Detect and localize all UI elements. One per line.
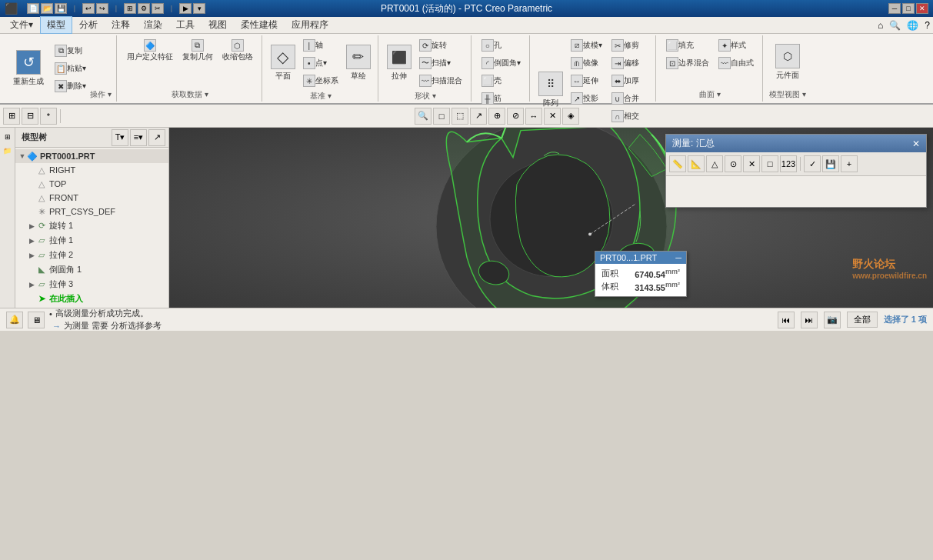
status-all-btn[interactable]: 全部 bbox=[847, 312, 878, 328]
left-icon-folder[interactable]: 📁 bbox=[2, 145, 14, 157]
tb-x[interactable]: ✕ bbox=[544, 108, 561, 125]
menu-home-icon[interactable]: ⌂ bbox=[878, 20, 883, 31]
project-button[interactable]: ↗ 投影 bbox=[567, 90, 606, 107]
draft-button[interactable]: ⧄ 拔模▾ bbox=[567, 37, 606, 54]
freeform-button[interactable]: 〰 自由式 bbox=[715, 55, 758, 72]
menu-render[interactable]: 渲染 bbox=[137, 16, 169, 34]
extrude1-expand[interactable]: ▶ bbox=[28, 237, 35, 245]
mp-box-icon[interactable]: □ bbox=[761, 155, 778, 172]
thicken-button[interactable]: ⬌ 加厚 bbox=[608, 72, 651, 89]
measure-panel-close[interactable]: ✕ bbox=[912, 138, 920, 149]
tb-minus[interactable]: ⊘ bbox=[507, 108, 524, 125]
tree-item-insert[interactable]: ➤ 在此插入 bbox=[15, 292, 168, 306]
qa-redo[interactable]: ↪ bbox=[96, 3, 108, 14]
qa-down[interactable]: ▾ bbox=[193, 3, 205, 14]
mirror-button[interactable]: ⫙ 镜像 bbox=[567, 55, 606, 72]
delete-button[interactable]: ✖ 删除▾ bbox=[51, 78, 90, 95]
tree-item-revolve1[interactable]: ▶ ⟳ 旋转 1 bbox=[15, 218, 168, 233]
status-icon2[interactable]: 🖥 bbox=[28, 312, 45, 328]
menu-tools[interactable]: 工具 bbox=[169, 16, 202, 34]
qa-btn1[interactable]: ⊞ bbox=[124, 3, 136, 14]
tree-item-extrude3[interactable]: ▶ ▱ 拉伸 3 bbox=[15, 277, 168, 292]
user-feature-button[interactable]: 🔷 用户定义特征 bbox=[123, 37, 177, 65]
menu-analysis[interactable]: 分析 bbox=[72, 16, 105, 34]
status-nav-prev[interactable]: ⏮ bbox=[778, 312, 795, 328]
round-button[interactable]: ◜ 倒圆角▾ bbox=[478, 55, 525, 72]
sweep-button[interactable]: 〜 扫描▾ bbox=[415, 55, 466, 72]
qa-btn2[interactable]: ⚙ bbox=[138, 3, 150, 14]
copy-geom-button[interactable]: ⧉ 复制几何 bbox=[178, 37, 217, 65]
mp-angle-icon[interactable]: 📐 bbox=[688, 155, 705, 172]
mp-check-icon[interactable]: ✓ bbox=[804, 155, 821, 172]
menu-globe-icon[interactable]: 🌐 bbox=[907, 20, 918, 31]
qa-btn3[interactable]: ✂ bbox=[152, 3, 164, 14]
revolve-button[interactable]: ⟳ 旋转 bbox=[415, 37, 466, 54]
tb-box[interactable]: □ bbox=[433, 108, 450, 125]
copy-button[interactable]: ⧉ 复制 bbox=[51, 42, 86, 59]
shell-button[interactable]: ⬜ 壳 bbox=[478, 72, 525, 89]
style-button[interactable]: ✦ 样式 bbox=[715, 37, 758, 54]
tree-item-root[interactable]: ▼ 🔷 PRT0001.PRT bbox=[15, 149, 168, 163]
tree-item-top[interactable]: △ TOP bbox=[15, 177, 168, 191]
pattern-button[interactable]: ⠿ 阵列 bbox=[536, 37, 565, 142]
extrude2-expand[interactable]: ▶ bbox=[28, 252, 35, 259]
mp-save-icon[interactable]: 💾 bbox=[822, 155, 839, 172]
tb-icon3[interactable]: * bbox=[40, 108, 57, 125]
mp-triangle-icon[interactable]: △ bbox=[706, 155, 723, 172]
menu-search-icon[interactable]: 🔍 bbox=[889, 20, 901, 31]
menu-annotation[interactable]: 注释 bbox=[105, 16, 137, 34]
mp-add-icon[interactable]: + bbox=[841, 155, 858, 172]
boundary-button[interactable]: ⊡ 边界混合 bbox=[662, 55, 713, 72]
tree-expand-btn[interactable]: ↗ bbox=[148, 129, 165, 146]
close-button[interactable]: ✕ bbox=[916, 3, 928, 14]
tb-arrow[interactable]: ↗ bbox=[470, 108, 487, 125]
tb-icon2[interactable]: ⊟ bbox=[22, 108, 38, 125]
tree-item-extrude1[interactable]: ▶ ▱ 拉伸 1 bbox=[15, 233, 168, 248]
qa-open[interactable]: 📂 bbox=[41, 3, 53, 14]
status-nav-next[interactable]: ⏭ bbox=[801, 312, 818, 328]
trim-button[interactable]: ✂ 修剪 bbox=[608, 37, 651, 54]
mp-circle-icon[interactable]: ⊙ bbox=[725, 155, 741, 172]
popup-close[interactable]: ─ bbox=[675, 253, 681, 262]
tree-item-front[interactable]: △ FRONT bbox=[15, 191, 168, 205]
menu-file[interactable]: 文件▾ bbox=[3, 16, 40, 34]
tb-icon1[interactable]: ⊞ bbox=[3, 108, 20, 125]
menu-apps[interactable]: 应用程序 bbox=[285, 16, 335, 34]
tree-item-right[interactable]: △ RIGHT bbox=[15, 163, 168, 177]
tb-search[interactable]: 🔍 bbox=[415, 108, 432, 125]
menu-flexible[interactable]: 柔性建模 bbox=[234, 16, 285, 34]
menu-help-icon[interactable]: ? bbox=[925, 20, 930, 31]
root-expand[interactable]: ▼ bbox=[18, 152, 26, 160]
tree-item-round1[interactable]: ◣ 倒圆角 1 bbox=[15, 262, 168, 277]
shrinkwrap-button[interactable]: ⬡ 收缩包络 bbox=[218, 37, 257, 65]
paste-button[interactable]: 📋 粘贴▾ bbox=[51, 60, 90, 77]
mp-ruler-icon[interactable]: 📏 bbox=[669, 155, 686, 172]
qa-new[interactable]: 📄 bbox=[27, 3, 39, 14]
hole-button[interactable]: ○ 孔 bbox=[478, 37, 525, 54]
point-button[interactable]: • 点▾ bbox=[299, 55, 342, 72]
sketch-button[interactable]: ✏ 草绘 bbox=[344, 37, 373, 89]
tb-select[interactable]: ⬚ bbox=[452, 108, 468, 125]
plane-button[interactable]: ◇ 平面 bbox=[268, 37, 298, 89]
tb-swap[interactable]: ↔ bbox=[525, 108, 542, 125]
maximize-button[interactable]: □ bbox=[902, 3, 915, 14]
extrude3-expand[interactable]: ▶ bbox=[28, 281, 35, 288]
left-icon-tree[interactable]: ⊞ bbox=[2, 131, 14, 143]
viewport[interactable]: PRT00...1.PRT ─ 面积 6740.54mm² 体积 3143.55… bbox=[169, 128, 933, 308]
extend-button[interactable]: ↔ 延伸 bbox=[567, 72, 606, 89]
menu-view[interactable]: 视图 bbox=[202, 16, 234, 34]
qa-btn4[interactable]: ▶ bbox=[179, 3, 192, 14]
tree-filter-btn[interactable]: T▾ bbox=[112, 129, 128, 146]
csys-button[interactable]: ✳ 坐标系 bbox=[299, 72, 342, 89]
component-face-button[interactable]: ⬡ 元件面 bbox=[773, 37, 802, 88]
offset-button[interactable]: ⇥ 偏移 bbox=[608, 55, 651, 72]
extrude-button[interactable]: ⬛ 拉伸 bbox=[385, 37, 414, 89]
tree-item-extrude2[interactable]: ▶ ▱ 拉伸 2 bbox=[15, 248, 168, 262]
menu-model[interactable]: 模型 bbox=[40, 16, 72, 34]
mp-x-icon[interactable]: ✕ bbox=[743, 155, 760, 172]
status-icon1[interactable]: 🔔 bbox=[6, 312, 23, 328]
status-camera[interactable]: 📷 bbox=[824, 312, 841, 328]
merge-button[interactable]: ∪ 合并 bbox=[608, 90, 651, 107]
tb-target[interactable]: ◈ bbox=[562, 108, 579, 125]
tree-item-csys[interactable]: ✳ PRT_CSYS_DEF bbox=[15, 205, 168, 218]
